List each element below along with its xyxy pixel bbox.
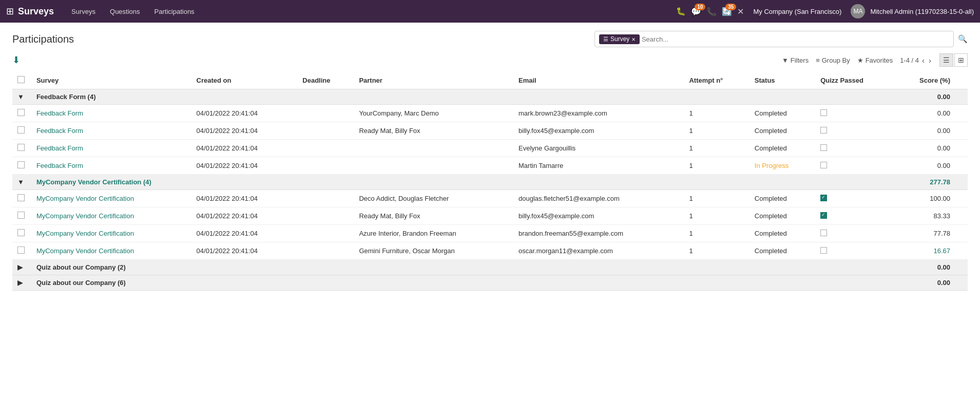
row-checkbox-cell[interactable] [12,105,31,122]
table-row: MyCompany Vendor Certification 04/01/202… [12,242,968,260]
row-attempt: 1 [684,190,749,207]
quizz-passed-checkbox[interactable] [820,195,827,201]
group-row[interactable]: ▶ Quiz about our Company (2) 0.00 [12,260,968,275]
row-partner: YourCompany, Marc Demo [354,105,513,122]
quizz-passed-checkbox[interactable] [820,127,827,134]
row-created-on: 04/01/2022 20:41:04 [191,207,298,225]
table-row: Feedback Form 04/01/2022 20:41:04 Evelyn… [12,140,968,157]
row-checkbox-cell[interactable] [12,190,31,207]
quizz-passed-checkbox[interactable] [820,109,827,116]
phone-icon[interactable]: 📞 [706,7,717,16]
row-quizz-passed[interactable] [815,122,894,140]
row-checkbox-cell[interactable] [12,242,31,260]
search-tag-close[interactable]: × [631,35,636,43]
table-header-row: Survey Created on Deadline Partner Email… [12,72,968,89]
quizz-passed-checkbox[interactable] [820,162,827,168]
participations-table: Survey Created on Deadline Partner Email… [12,72,968,291]
messages-icon[interactable]: 💬 10 [691,7,701,16]
chevron-icon: ▶ [17,263,23,271]
prev-page-button[interactable]: ‹ [921,56,926,65]
group-name: Quiz about our Company (2) [31,260,894,275]
avatar[interactable]: MA [851,4,865,18]
actions-row: ⬇ [12,54,20,66]
group-row[interactable]: ▼ Feedback Form (4) 0.00 [12,89,968,105]
row-checkbox[interactable] [17,194,25,201]
row-survey[interactable]: Feedback Form [31,122,191,140]
topnav-links: Surveys Questions Participations [64,0,676,23]
row-checkbox-cell[interactable] [12,225,31,242]
settings-icon[interactable]: ✕ [737,7,744,16]
col-email: Email [513,72,684,89]
row-attempt: 1 [684,242,749,260]
row-checkbox-cell[interactable] [12,122,31,140]
quizz-passed-checkbox[interactable] [820,144,827,151]
row-checkbox[interactable] [17,126,25,134]
nav-participations[interactable]: Participations [147,0,202,23]
quizz-passed-checkbox[interactable] [820,212,827,219]
search-bar[interactable]: ☰ Survey × [594,31,954,47]
row-survey[interactable]: MyCompany Vendor Certification [31,242,191,260]
select-all-checkbox[interactable] [17,76,25,83]
row-survey[interactable]: Feedback Form [31,140,191,157]
debug-icon[interactable]: 🐛 [676,7,686,16]
row-status: Completed [750,225,815,242]
row-partner [354,157,513,175]
row-checkbox[interactable] [17,144,25,151]
search-input[interactable] [642,35,949,43]
favorites-button[interactable]: ★ Favorites [857,56,893,64]
row-score: 0.00 [894,122,955,140]
next-page-button[interactable]: › [928,56,932,65]
filters-button[interactable]: ▼ Filters [782,56,809,64]
row-more-cell [955,140,968,157]
activity-icon[interactable]: 🔄 35 [722,7,732,16]
group-score: 0.00 [894,260,955,275]
row-quizz-passed[interactable] [815,157,894,175]
row-quizz-passed[interactable] [815,225,894,242]
row-quizz-passed[interactable] [815,207,894,225]
grid-icon[interactable]: ⊞ [6,6,14,17]
row-checkbox[interactable] [17,212,25,219]
row-survey[interactable]: MyCompany Vendor Certification [31,207,191,225]
group-toggle[interactable]: ▶ [12,275,31,291]
row-survey[interactable]: Feedback Form [31,157,191,175]
row-more-cell [955,122,968,140]
select-all-header[interactable] [12,72,31,89]
download-button[interactable]: ⬇ [12,55,20,65]
group-row[interactable]: ▼ MyCompany Vendor Certification (4) 277… [12,175,968,190]
list-view-button[interactable]: ☰ [939,53,953,67]
row-quizz-passed[interactable] [815,190,894,207]
row-checkbox[interactable] [17,229,25,236]
row-email: mark.brown23@example.com [513,105,684,122]
row-survey[interactable]: MyCompany Vendor Certification [31,225,191,242]
nav-surveys[interactable]: Surveys [64,0,103,23]
row-checkbox[interactable] [17,109,25,116]
row-checkbox-cell[interactable] [12,207,31,225]
nav-questions[interactable]: Questions [103,0,147,23]
group-row[interactable]: ▶ Quiz about our Company (6) 0.00 [12,275,968,291]
row-partner: Ready Mat, Billy Fox [354,122,513,140]
row-attempt: 1 [684,140,749,157]
star-icon: ★ [857,56,863,64]
group-toggle[interactable]: ▼ [12,89,31,105]
quizz-passed-checkbox[interactable] [820,247,827,254]
row-checkbox-cell[interactable] [12,157,31,175]
quizz-passed-checkbox[interactable] [820,230,827,236]
row-checkbox-cell[interactable] [12,140,31,157]
row-partner [354,140,513,157]
row-checkbox[interactable] [17,161,25,168]
kanban-view-button[interactable]: ⊞ [954,53,968,67]
row-checkbox[interactable] [17,246,25,254]
chevron-icon: ▼ [17,93,24,101]
search-tag-label: Survey [610,35,629,43]
group-toggle[interactable]: ▼ [12,175,31,190]
group-toggle[interactable]: ▶ [12,260,31,275]
row-partner: Deco Addict, Douglas Fletcher [354,190,513,207]
groupby-button[interactable]: ≡ Group By [816,56,850,64]
search-button[interactable]: 🔍 [958,34,968,44]
row-quizz-passed[interactable] [815,105,894,122]
row-quizz-passed[interactable] [815,140,894,157]
row-attempt: 1 [684,105,749,122]
row-quizz-passed[interactable] [815,242,894,260]
row-survey[interactable]: Feedback Form [31,105,191,122]
row-survey[interactable]: MyCompany Vendor Certification [31,190,191,207]
